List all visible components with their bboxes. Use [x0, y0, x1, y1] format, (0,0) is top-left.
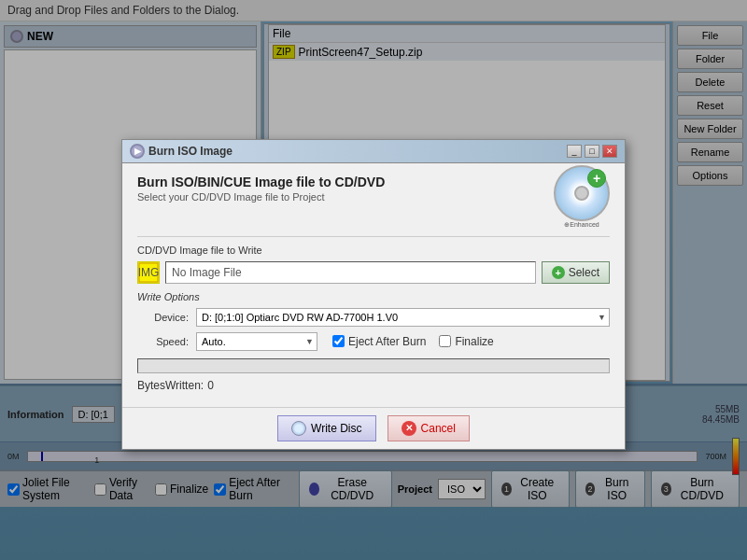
modal-body: Burn ISO/BIN/CUE Image file to CD/DVD Se…: [122, 163, 625, 407]
modal-close-button[interactable]: ✕: [602, 145, 617, 158]
svg-text:IMG: IMG: [138, 266, 159, 279]
modal-footer: Write Disc ✕ Cancel: [122, 407, 625, 449]
app-container: Drag and Drop Files and Folders to the D…: [0, 0, 747, 560]
progress-bar: [137, 358, 610, 373]
image-file-row: IMG No Image File + Select: [137, 261, 610, 284]
modal-maximize-button[interactable]: □: [585, 145, 599, 158]
device-row: Device: D: [0;1:0] Optiarc DVD RW AD-770…: [137, 308, 610, 327]
image-file-input[interactable]: No Image File: [165, 261, 536, 284]
cancel-icon: ✕: [402, 421, 416, 436]
image-file-section: CD/DVD Image file to Write IMG No Image …: [137, 245, 610, 284]
speed-row: Speed: Auto. 1x 2x 4x 8x 16x Max: [137, 332, 610, 351]
burn-iso-modal: ▶ Burn ISO Image _ □ ✕ Burn ISO/BIN/CUE …: [121, 139, 626, 450]
bytes-written-value: 0: [207, 379, 214, 392]
image-file-label: CD/DVD Image file to Write: [137, 245, 610, 256]
finalize-checkbox-modal[interactable]: [439, 335, 451, 347]
checkbox-group: Eject After Burn Finalize: [332, 335, 494, 348]
modal-header-text: Burn ISO/BIN/CUE Image file to CD/DVD Se…: [137, 175, 385, 203]
modal-controls: _ □ ✕: [567, 145, 617, 158]
device-select[interactable]: D: [0;1:0] Optiarc DVD RW AD-7700H 1.V0: [196, 308, 610, 327]
eject-after-burn-checkbox[interactable]: [332, 335, 345, 347]
modal-divider-1: [137, 236, 610, 237]
modal-heading: Burn ISO/BIN/CUE Image file to CD/DVD: [137, 175, 385, 189]
device-select-wrapper: D: [0;1:0] Optiarc DVD RW AD-7700H 1.V0: [196, 308, 610, 327]
select-icon: +: [552, 266, 565, 279]
modal-title-icon: ▶: [130, 144, 145, 159]
cd-icon-area: ⊕Enhanced: [554, 165, 610, 229]
modal-overlay: ▶ Burn ISO Image _ □ ✕ Burn ISO/BIN/CUE …: [0, 0, 747, 560]
cd-label: ⊕Enhanced: [554, 221, 610, 229]
cancel-button[interactable]: ✕ Cancel: [388, 415, 470, 441]
eject-after-burn-label[interactable]: Eject After Burn: [332, 335, 426, 348]
finalize-label[interactable]: Finalize: [439, 335, 493, 348]
speed-select-wrapper: Auto. 1x 2x 4x 8x 16x Max: [196, 332, 317, 351]
cd-icon: [554, 165, 610, 221]
modal-minimize-button[interactable]: _: [567, 145, 582, 158]
modal-title-left: ▶ Burn ISO Image: [130, 144, 233, 159]
bytes-written-row: BytesWritten: 0: [137, 379, 610, 392]
modal-header-area: Burn ISO/BIN/CUE Image file to CD/DVD Se…: [137, 175, 610, 229]
select-image-button[interactable]: + Select: [542, 261, 610, 284]
image-file-icon: IMG: [137, 261, 160, 284]
cd-hole: [574, 186, 589, 201]
write-options-label: Write Options: [137, 291, 610, 302]
speed-select[interactable]: Auto. 1x 2x 4x 8x 16x Max: [196, 332, 317, 351]
write-options-section: Write Options Device: D: [0;1:0] Optiarc…: [137, 291, 610, 351]
speed-label: Speed:: [137, 336, 189, 347]
device-label: Device:: [137, 312, 189, 323]
write-disc-icon: [291, 421, 306, 436]
bytes-written-label: BytesWritten:: [137, 379, 204, 392]
write-disc-button[interactable]: Write Disc: [277, 415, 375, 441]
modal-titlebar: ▶ Burn ISO Image _ □ ✕: [122, 140, 625, 163]
modal-subheading: Select your CD/DVD Image file to Project: [137, 191, 385, 203]
progress-section: [137, 358, 610, 373]
modal-title-text: Burn ISO Image: [148, 145, 233, 158]
